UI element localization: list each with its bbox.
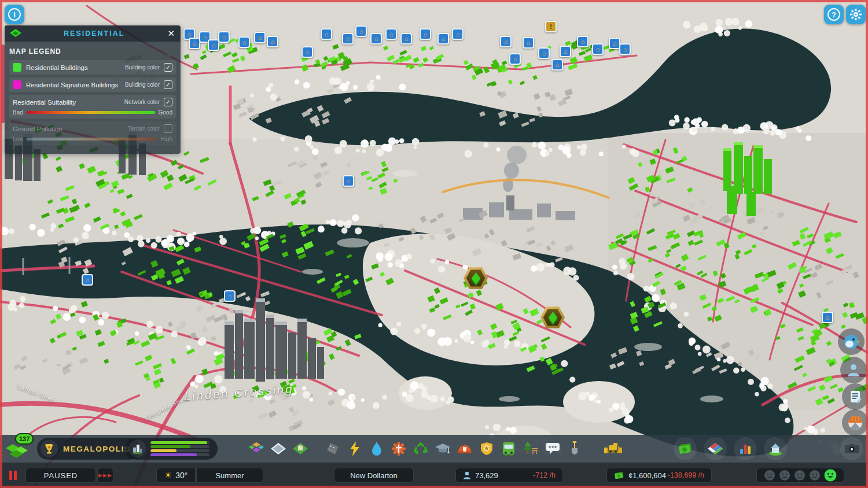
milestone-name-label: MEGALOPOLIS — [63, 445, 130, 453]
signature-arrow-icon — [471, 272, 480, 284]
high-rent-notification-marker[interactable]: ⌂ — [267, 36, 278, 47]
high-rent-notification-marker[interactable]: ⌂ — [301, 46, 313, 58]
city-name-label: New Dollarton — [350, 471, 398, 480]
money-value: ¢1,600,604 — [628, 471, 666, 480]
scale-min-label: Bad — [13, 109, 23, 116]
high-rent-notification-marker[interactable]: ⌂ — [238, 36, 250, 48]
high-rent-notification-marker[interactable]: ⌂ — [355, 25, 367, 37]
season-label: Summer — [215, 471, 244, 480]
progression-pill[interactable] — [125, 438, 218, 460]
high-rent-notification-marker[interactable]: ⌂ — [538, 47, 550, 59]
high-rent-notification-marker[interactable]: ⌂ — [385, 28, 397, 40]
high-rent-notification-marker[interactable]: ⌂ — [400, 33, 412, 45]
high-rent-notification-marker[interactable]: ⌂ — [82, 274, 93, 286]
recycle-icon — [413, 442, 428, 456]
zoning-tool-button[interactable] — [245, 435, 267, 463]
help-icon: ? — [827, 8, 840, 21]
high-rent-notification-marker[interactable]: ⌂ — [577, 36, 589, 47]
high-rent-notification-marker[interactable]: ⌂ — [321, 28, 332, 40]
high-rent-notification-marker[interactable]: ⌂ — [254, 32, 266, 43]
city-name-display[interactable]: New Dollarton — [334, 468, 414, 483]
electricity-button[interactable] — [344, 435, 366, 463]
sim-speed-button[interactable]: ▶▶▶ — [97, 468, 113, 483]
weather-display[interactable]: ☀ 30° — [156, 468, 196, 483]
photo-mode-button[interactable] — [840, 437, 863, 460]
milestone-button[interactable]: 137 — [5, 435, 30, 463]
water-sewage-button[interactable] — [366, 435, 388, 463]
high-rent-notification-marker[interactable]: ⌂ — [224, 290, 236, 302]
chirper-bird-icon — [843, 333, 860, 350]
signature-areas-button[interactable] — [267, 435, 289, 463]
bulldozer-button[interactable] — [601, 435, 626, 463]
progression-home-button[interactable] — [764, 437, 787, 460]
close-icon[interactable]: ✕ — [166, 28, 176, 39]
high-rent-notification-marker[interactable]: ⌂ — [509, 53, 521, 65]
legend-row-label: Residential Suitability — [13, 99, 124, 106]
milestone-badge: 137 — [15, 433, 34, 445]
happiness-faces — [764, 469, 837, 482]
toolbar-panels-group — [674, 435, 787, 463]
transportation-button[interactable] — [498, 435, 520, 463]
police-button[interactable] — [476, 435, 498, 463]
help-button[interactable]: ? — [824, 5, 844, 24]
chirper-button[interactable] — [838, 328, 865, 355]
pollution-gradient-bar — [27, 138, 157, 141]
communications-button[interactable] — [542, 435, 564, 463]
landscaping-button[interactable] — [564, 435, 586, 463]
pause-icon — [9, 471, 17, 480]
high-rent-notification-marker[interactable]: ⌂ — [609, 38, 620, 49]
money-display[interactable]: ¢1,600,604 -138,699 /h — [606, 468, 712, 483]
high-rent-notification-marker[interactable]: ⌂ — [437, 33, 449, 45]
high-rent-notification-marker[interactable]: ⌂ — [370, 33, 382, 45]
high-rent-notification-marker[interactable]: ⌂ — [551, 59, 563, 71]
high-rent-notification-marker[interactable]: ⌂ — [500, 36, 512, 47]
citizens-button[interactable] — [840, 357, 867, 383]
high-rent-notification-marker[interactable]: ⌂ — [822, 312, 833, 323]
signature-buildings-checkbox[interactable] — [164, 80, 172, 89]
education-button[interactable] — [432, 435, 454, 463]
high-rent-notification-marker[interactable]: ⌂ — [523, 37, 534, 49]
info-views-button[interactable] — [704, 437, 727, 460]
fire-rescue-button[interactable] — [454, 435, 476, 463]
high-rent-notification-marker[interactable]: ⌂ — [189, 38, 200, 49]
city-progress-icon — [131, 443, 143, 454]
main-toolbar: 137 MEGALOPOLIS — [0, 435, 868, 463]
bus-icon — [502, 441, 516, 456]
high-rent-notification-marker[interactable]: ⌂ — [343, 175, 354, 187]
residential-buildings-checkbox[interactable] — [164, 63, 172, 72]
warning-notification-marker[interactable]: ! — [545, 21, 557, 32]
toolbar-bulldozer-group — [601, 435, 626, 463]
happiness-display[interactable] — [756, 468, 844, 483]
garbage-button[interactable] — [410, 435, 432, 463]
economy-button[interactable] — [674, 437, 697, 460]
population-person-icon — [463, 471, 471, 480]
parks-recreation-button[interactable] — [520, 435, 542, 463]
legend-row-type: Network color — [124, 99, 160, 105]
high-rent-notification-marker[interactable]: ⌂ — [452, 28, 464, 40]
healthcare-button[interactable] — [388, 435, 410, 463]
high-rent-notification-marker[interactable]: ⌂ — [619, 43, 631, 55]
high-rent-notification-marker[interactable]: ⌂ — [420, 28, 431, 40]
cities-skylines-game-screen: { "icons": { "info": "i", "help": "?", "… — [0, 0, 868, 488]
ground-pollution-checkbox[interactable] — [164, 124, 172, 133]
radio-button[interactable] — [842, 409, 868, 436]
pause-button[interactable] — [9, 468, 17, 483]
roads-tool-button[interactable] — [322, 435, 344, 463]
suitability-checkbox[interactable] — [164, 98, 172, 106]
info-icon: i — [8, 8, 21, 21]
toolbar-zone-group — [245, 435, 311, 463]
bulldozer-icon — [604, 442, 623, 456]
high-rent-notification-marker[interactable]: ⌂ — [208, 39, 219, 51]
high-rent-notification-marker[interactable]: ⌂ — [342, 33, 354, 45]
high-rent-notification-marker[interactable]: ⌂ — [560, 46, 571, 57]
statistics-button[interactable] — [734, 437, 757, 460]
city-services-button[interactable] — [289, 435, 311, 463]
journal-button[interactable] — [842, 383, 868, 410]
map-legend-section-title: MAP LEGEND — [9, 47, 176, 56]
high-rent-notification-marker[interactable]: ⌂ — [592, 43, 604, 55]
population-display[interactable]: 73,629 -712 /h — [455, 468, 563, 483]
season-display[interactable]: Summer — [196, 468, 263, 483]
info-button[interactable]: i — [5, 5, 24, 24]
settings-button[interactable] — [846, 5, 866, 24]
high-rent-notification-marker[interactable]: ⌂ — [218, 31, 230, 43]
